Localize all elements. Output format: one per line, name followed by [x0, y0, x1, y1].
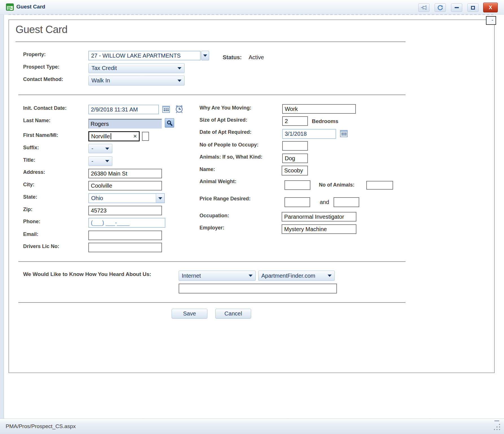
chevron-down-icon [158, 197, 162, 200]
apt-date-input[interactable] [282, 129, 336, 139]
prospect-type-value: Tax Credit [91, 65, 117, 71]
resize-grip[interactable] [494, 424, 501, 431]
separator [18, 302, 406, 303]
occupants-label: No of People to Occupy: [200, 142, 258, 148]
last-name-label: Last Name: [23, 118, 51, 124]
refresh-icon [437, 5, 443, 10]
save-button[interactable]: Save [172, 309, 207, 319]
close-icon: X [489, 5, 492, 10]
guest-card-form-icon [6, 3, 14, 11]
chevron-down-icon [105, 160, 109, 162]
title-select[interactable]: - [88, 156, 112, 166]
animal-name-input[interactable] [282, 166, 308, 176]
refresh-button[interactable] [435, 3, 446, 12]
apt-size-input[interactable] [282, 116, 308, 126]
heard-source-value: Internet [182, 273, 201, 279]
employer-label: Employer: [200, 225, 224, 231]
apt-date-label: Date of Apt Required: [200, 129, 251, 135]
status-bar-path: PMA/Pros/Prospect_CS.aspx [6, 423, 76, 429]
animals-kind-label: Animals: If so, What Kind: [200, 154, 262, 160]
email-label: Email: [23, 231, 38, 237]
property-dropdown-button[interactable] [201, 51, 209, 60]
animal-count-label: No of Animals: [319, 182, 354, 188]
occupation-label: Occupation: [200, 213, 229, 219]
pin-button[interactable] [418, 3, 430, 12]
background-page-sliver [0, 15, 4, 418]
first-name-label: First Name/MI: [23, 132, 58, 138]
suffix-select[interactable]: - [88, 144, 112, 153]
suffix-value: - [91, 145, 93, 152]
middle-initial-input[interactable] [142, 132, 149, 141]
price-min-input[interactable] [284, 197, 310, 207]
occupation-input[interactable] [282, 212, 356, 222]
calendar-icon[interactable] [162, 106, 170, 113]
statusbar-dash [494, 420, 499, 421]
drivers-lic-input[interactable] [88, 243, 162, 252]
email-input[interactable] [88, 231, 162, 240]
city-input[interactable] [88, 181, 162, 190]
window-title: Guest Card [16, 4, 45, 10]
why-moving-input[interactable] [282, 104, 356, 114]
price-range-conjunction: and [320, 199, 329, 205]
animal-weight-label: Animal Weight: [200, 179, 236, 185]
init-contact-date-label: Init. Contact Date: [23, 105, 67, 111]
search-icon [166, 120, 173, 126]
clear-field-icon[interactable]: × [132, 133, 137, 139]
employer-input[interactable] [282, 224, 356, 234]
minimize-button[interactable] [451, 3, 462, 12]
text-cursor [111, 133, 111, 139]
price-max-input[interactable] [334, 197, 359, 207]
chevron-down-icon [178, 67, 181, 69]
property-value: 27 - WILLOW LAKE APARTMENTS [91, 52, 181, 59]
property-select[interactable]: 27 - WILLOW LAKE APARTMENTS [88, 51, 201, 60]
chevron-down-icon [105, 148, 109, 150]
occupants-input[interactable] [282, 141, 308, 151]
animal-weight-input[interactable] [284, 180, 310, 190]
first-name-input[interactable]: Norville × [88, 131, 140, 141]
property-label: Property: [23, 52, 46, 58]
status-value: Active [249, 54, 264, 61]
pin-icon [421, 5, 427, 10]
maximize-button[interactable] [467, 3, 479, 12]
title-label: Title: [23, 157, 35, 163]
titlebar-dotted-edge [8, 14, 496, 15]
init-contact-date-input[interactable] [88, 105, 159, 114]
animals-kind-input[interactable] [282, 154, 308, 163]
contact-method-value: Walk In [91, 77, 110, 84]
close-button[interactable]: X [483, 3, 498, 12]
heard-detail-select[interactable]: ApartmentFinder.com [258, 271, 335, 281]
cancel-button[interactable]: Cancel [215, 309, 251, 319]
page-title: Guest Card [16, 24, 67, 36]
heard-about-label: We Would Like to Know How You Heard Abou… [23, 271, 151, 277]
heard-other-input[interactable] [179, 284, 337, 293]
animal-name-label: Name: [200, 166, 215, 172]
state-select[interactable]: Ohio [88, 193, 165, 203]
state-dropdown-button[interactable] [156, 194, 164, 203]
why-moving-label: Why Are You Moving: [200, 105, 251, 111]
guest-card-window: Guest Card X - Guest Card [0, 0, 504, 434]
contact-method-label: Contact Method: [23, 76, 63, 82]
prospect-type-select[interactable]: Tax Credit [88, 63, 185, 73]
prospect-type-label: Prospect Type: [23, 64, 60, 70]
drivers-lic-label: Drivers Lic No: [23, 244, 59, 249]
chevron-down-icon [178, 80, 181, 82]
title-bar: Guest Card X [0, 0, 504, 15]
address-input[interactable] [88, 169, 162, 178]
status-bar: PMA/Pros/Prospect_CS.aspx [0, 418, 504, 434]
search-button[interactable] [165, 118, 174, 128]
state-value: Ohio [91, 195, 103, 201]
heard-source-select[interactable]: Internet [179, 271, 256, 281]
calendar-icon[interactable] [340, 130, 348, 137]
contact-method-select[interactable]: Walk In [88, 76, 185, 86]
last-name-input[interactable]: Rogers [88, 119, 162, 129]
clock-icon[interactable] [175, 105, 183, 113]
status-label: Status: [223, 54, 242, 61]
collapse-button[interactable]: - [486, 16, 496, 25]
phone-input[interactable] [88, 218, 165, 228]
last-name-value: Rogers [91, 121, 109, 127]
zip-label: Zip: [23, 207, 32, 212]
animal-count-input[interactable] [366, 181, 393, 190]
zip-input[interactable] [88, 206, 162, 215]
suffix-label: Suffix: [23, 145, 39, 151]
separator [18, 261, 406, 262]
